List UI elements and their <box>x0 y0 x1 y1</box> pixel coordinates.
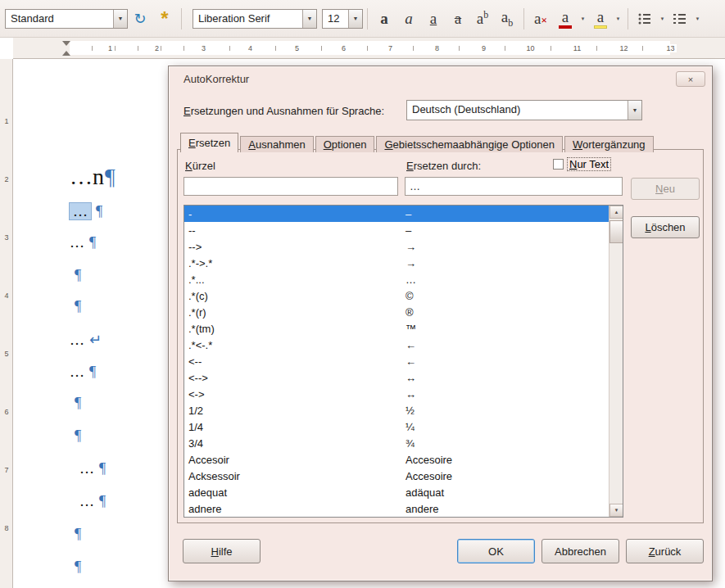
bold-button[interactable]: a <box>372 7 396 31</box>
replacement-row[interactable]: 1/4 ¼ <box>184 418 609 435</box>
subscript-button[interactable]: ab <box>495 7 519 31</box>
doc-line[interactable]: ¶ <box>70 559 81 585</box>
font-color-dropdown[interactable]: ▼ <box>578 7 588 31</box>
row-replacement: ← <box>406 355 609 368</box>
scroll-up-button[interactable]: ▲ <box>609 206 623 219</box>
replacement-row[interactable]: .*->.* → <box>184 255 609 271</box>
row-replacement: Accesoire <box>406 470 609 482</box>
dialog-tab[interactable]: Wortergänzung <box>564 136 654 152</box>
row-replacement: ↔ <box>406 388 609 400</box>
close-button[interactable]: × <box>676 71 705 87</box>
replace-with-input[interactable] <box>405 177 623 196</box>
replacement-row[interactable]: -- – <box>184 222 609 238</box>
replacement-row[interactable]: 1/2 ½ <box>184 402 609 418</box>
back-button[interactable]: Zurück <box>626 539 704 563</box>
doc-line[interactable]: ¶ <box>70 395 81 421</box>
only-text-label[interactable]: Nur Text <box>568 158 610 170</box>
replacement-row[interactable]: - – <box>184 206 609 222</box>
selected-text: … <box>70 203 91 219</box>
font-name-combo[interactable]: Liberation Serif ▼ <box>193 9 317 29</box>
replacement-row[interactable]: <-- ← <box>184 353 609 369</box>
replacement-row[interactable]: --> → <box>184 238 609 255</box>
doc-line[interactable]: ¶ <box>70 427 81 454</box>
row-replacement: ™ <box>406 323 609 335</box>
replacement-row[interactable]: <-> ↔ <box>184 386 609 402</box>
doc-line[interactable]: …¶ <box>79 493 106 519</box>
dialog-button-row: Hilfe OK Abbrechen Zurück <box>169 539 712 563</box>
ruler-number: 9 <box>460 44 507 52</box>
font-color-button[interactable]: a <box>553 7 578 31</box>
clear-formatting-icon: a× <box>534 11 547 26</box>
numbered-list-dropdown[interactable]: ▼ <box>692 7 703 31</box>
update-style-button[interactable]: ↻ <box>128 7 152 31</box>
dialog-titlebar[interactable]: AutoKorrektur × <box>169 66 712 88</box>
superscript-button[interactable]: ab <box>470 7 495 31</box>
doc-line[interactable]: …¶ <box>70 203 102 229</box>
doc-line[interactable]: …¶ <box>70 364 96 390</box>
clear-formatting-button[interactable]: a× <box>528 7 553 31</box>
ruler-number: 6 <box>0 382 13 441</box>
replacement-row[interactable]: .*(c) © <box>184 287 609 304</box>
ok-button[interactable]: OK <box>457 539 535 563</box>
replacement-row[interactable]: adnere andere <box>184 500 609 517</box>
doc-line[interactable]: ¶ <box>70 298 81 324</box>
replacement-row[interactable]: Accesoir Accesoire <box>184 451 609 468</box>
replacement-row[interactable]: .*<-.* ← <box>184 337 609 353</box>
dialog-tab[interactable]: Ausnahmen <box>240 136 313 152</box>
highlight-color-dropdown[interactable]: ▼ <box>613 7 623 31</box>
dialog-tab[interactable]: Optionen <box>315 136 375 152</box>
highlight-color-button[interactable]: a <box>588 7 613 31</box>
font-size-combo[interactable]: 12 ▼ <box>322 9 363 29</box>
shortcut-input[interactable] <box>184 177 398 196</box>
italic-button[interactable]: a <box>396 7 421 31</box>
scrollbar-thumb[interactable] <box>609 220 623 243</box>
language-combo[interactable]: Deutsch (Deutschland) ▼ <box>406 100 642 120</box>
ruler-number: 7 <box>367 44 414 52</box>
vertical-ruler[interactable]: 12345678 <box>0 59 13 588</box>
toolbar-separator <box>367 8 368 29</box>
doc-line[interactable]: …¶ <box>70 234 96 260</box>
pilcrow-mark: ¶ <box>75 526 81 542</box>
autocorrect-dialog: AutoKorrektur × Ersetzungen und Ausnahme… <box>168 66 713 581</box>
numbered-list-button[interactable] <box>668 7 692 31</box>
doc-line[interactable]: ¶ <box>70 267 81 293</box>
replacement-row[interactable]: 3/4 ¾ <box>184 435 609 451</box>
dialog-tab[interactable]: Ersetzen <box>180 133 238 152</box>
scroll-down-button[interactable]: ▼ <box>609 504 623 517</box>
ruler-number: 3 <box>180 44 227 52</box>
scrollbar[interactable]: ▲ ▼ <box>609 206 623 517</box>
dropdown-arrow-icon[interactable]: ▼ <box>348 10 362 28</box>
row-replacement: → <box>406 257 609 269</box>
doc-line[interactable]: …↵ <box>70 331 102 357</box>
replacement-row[interactable]: adequat adäquat <box>184 484 609 500</box>
indent-marker[interactable] <box>62 41 70 56</box>
delete-button[interactable]: Löschen <box>631 216 700 238</box>
doc-line[interactable]: ¶ <box>70 526 81 552</box>
dropdown-arrow-icon[interactable]: ▼ <box>302 10 316 28</box>
bullet-list-dropdown[interactable]: ▼ <box>657 7 668 31</box>
replacement-row[interactable]: .*(tm) ™ <box>184 320 609 337</box>
only-text-checkbox[interactable] <box>553 159 564 170</box>
new-style-button[interactable]: * <box>152 7 177 31</box>
help-button[interactable]: Hilfe <box>183 539 261 563</box>
doc-line[interactable]: …n¶ <box>70 164 116 190</box>
only-text-checkbox-group[interactable]: Nur Text <box>553 158 610 170</box>
bullet-list-button[interactable] <box>632 7 657 31</box>
dropdown-arrow-icon[interactable]: ▼ <box>628 101 641 120</box>
horizontal-ruler[interactable]: 12345678910111213 <box>13 38 725 59</box>
replacement-row[interactable]: <--> ↔ <box>184 369 609 386</box>
dialog-tab[interactable]: Gebietsschemaabhängige Optionen <box>376 136 562 152</box>
cancel-button[interactable]: Abbrechen <box>541 539 619 563</box>
doc-line[interactable]: …¶ <box>79 460 106 486</box>
ruler-number: 8 <box>414 44 460 52</box>
dropdown-arrow-icon[interactable]: ▼ <box>113 10 127 28</box>
underline-button[interactable]: a <box>421 7 446 31</box>
replacement-row[interactable]: .*... … <box>184 271 609 287</box>
ruler-numbers: 12345678910111213 <box>87 38 694 59</box>
numbered-list-icon <box>673 13 686 25</box>
replacement-row[interactable]: Acksessoir Accesoire <box>184 468 609 484</box>
paragraph-style-combo[interactable]: Standard ▼ <box>5 9 128 29</box>
replacement-row[interactable]: .*(r) ® <box>184 304 609 320</box>
down-arrow-icon: ▼ <box>614 508 619 513</box>
strikethrough-button[interactable]: a <box>446 7 470 31</box>
